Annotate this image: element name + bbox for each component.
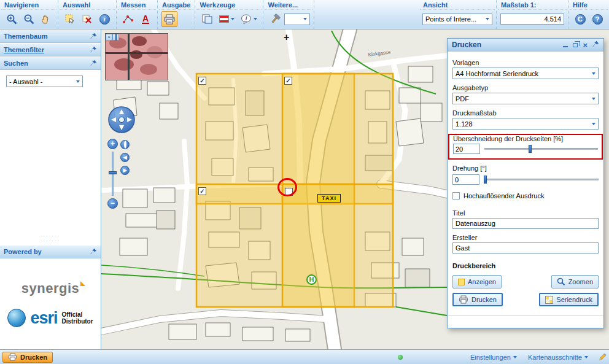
sidebar-item-themenfilter[interactable]: Themenfilter xyxy=(0,43,101,56)
zoomen-button[interactable]: Zoomen xyxy=(551,275,599,288)
drehung-input[interactable] xyxy=(452,174,479,185)
full-extent-button[interactable] xyxy=(120,140,130,149)
resize-icon xyxy=(115,34,117,41)
themenfilter-label: Themenfilter xyxy=(4,46,44,53)
zoom-slider-handle[interactable] xyxy=(109,171,117,174)
ueberschneidung-input[interactable] xyxy=(453,144,480,154)
powered-by-label: Powered by xyxy=(4,248,42,255)
kartenausschnitte-menu[interactable]: Kartenausschnitte xyxy=(528,354,588,361)
zoom-out-button[interactable] xyxy=(21,11,37,27)
copyright-button[interactable]: C xyxy=(572,11,588,27)
synergis-accent-icon xyxy=(80,281,85,286)
restore-icon[interactable] xyxy=(573,43,578,47)
druckmassstab-dropdown[interactable]: 1.128 xyxy=(452,118,599,130)
highlight-circle xyxy=(277,178,297,196)
vorlagen-dropdown[interactable]: A4 Hochformat Seriendruck xyxy=(452,68,599,79)
titel-input[interactable] xyxy=(452,218,599,229)
einstellungen-menu[interactable]: Einstellungen xyxy=(470,354,517,361)
toolbar-group-auswahl: Auswahl i xyxy=(58,0,117,29)
drehung-slider-handle[interactable] xyxy=(484,176,487,184)
page-3-checkbox[interactable]: ✓ xyxy=(198,187,206,195)
overview-resize-button[interactable] xyxy=(112,34,119,41)
overview-close-button[interactable]: × xyxy=(106,34,112,41)
pin-icon[interactable] xyxy=(592,41,599,49)
scale-input[interactable] xyxy=(500,14,564,25)
group-label-massstab: Maßstab 1: xyxy=(498,1,567,10)
search-selection-value: - Auswahl - xyxy=(9,78,74,85)
close-icon[interactable]: × xyxy=(583,42,588,48)
zoom-slider[interactable] xyxy=(109,152,117,196)
measure-distance-icon xyxy=(122,14,134,25)
toolbar-group-ausgabe: Ausgabe xyxy=(158,0,195,29)
drehung-slider[interactable] xyxy=(484,176,599,184)
sidebar-resize-grip[interactable]: ·············· xyxy=(0,233,101,245)
sidebar-item-powered-by[interactable]: Powered by xyxy=(0,245,101,258)
ueberschneidung-slider-handle[interactable] xyxy=(529,145,532,153)
zoom-out-icon xyxy=(23,14,35,25)
edit-redline-button[interactable] xyxy=(597,352,607,363)
print-page-4[interactable] xyxy=(282,184,393,307)
help-button[interactable]: ? xyxy=(589,11,605,27)
hochaufloesend-checkbox[interactable] xyxy=(452,192,460,199)
tools-button[interactable] xyxy=(267,11,283,27)
search-selection-dropdown[interactable]: - Auswahl - xyxy=(6,76,83,87)
select-features-button[interactable] xyxy=(62,11,78,27)
pin-icon[interactable] xyxy=(90,46,97,54)
chevron-down-icon xyxy=(592,123,595,125)
page-1-checkbox[interactable]: ✓ xyxy=(198,77,206,85)
zoom-in-button[interactable] xyxy=(4,11,20,27)
sidebar-item-suchen[interactable]: Suchen xyxy=(0,56,101,70)
partner-logos: synergis esri Official Distributor xyxy=(0,258,101,349)
copy-map-button[interactable] xyxy=(199,11,215,27)
pin-icon[interactable] xyxy=(90,248,97,256)
previous-extent-button[interactable]: ◀ xyxy=(120,153,130,162)
drucken-tab[interactable]: Drucken xyxy=(2,352,53,363)
measure-area-button[interactable]: A xyxy=(138,11,153,27)
ansicht-dropdown[interactable]: Points of Intere... xyxy=(422,14,492,25)
austria-flag-icon xyxy=(219,15,229,23)
minimize-icon[interactable] xyxy=(563,42,568,47)
compass-center[interactable] xyxy=(119,117,125,123)
series-grid-icon xyxy=(545,296,553,304)
page-2-checkbox[interactable]: ✓ xyxy=(284,77,292,85)
clear-selection-button[interactable] xyxy=(79,11,95,27)
left-sidebar: Themenbaum Themenfilter Suchen - Auswahl… xyxy=(0,29,101,349)
print-button-toolbar[interactable] xyxy=(161,11,177,27)
chevron-down-icon xyxy=(254,18,257,20)
drucken-button[interactable]: Drucken xyxy=(452,293,503,306)
weitere-dropdown[interactable] xyxy=(284,14,310,25)
pin-icon[interactable] xyxy=(90,60,97,68)
language-flag-button[interactable] xyxy=(216,11,237,27)
drucken-panel-titlebar: Drucken × xyxy=(448,39,603,52)
sidebar-item-themenbaum[interactable]: Themenbaum xyxy=(0,29,101,43)
group-label-messen: Messen xyxy=(118,1,156,10)
zoom-in-round-button[interactable]: + xyxy=(107,139,118,149)
group-label-weitere: Weitere... xyxy=(265,1,312,10)
maptip-button[interactable]: i xyxy=(238,11,259,27)
compass-pad[interactable] xyxy=(107,106,136,134)
hammer-icon xyxy=(270,14,281,25)
overview-map[interactable]: × xyxy=(105,33,168,80)
chevron-down-icon xyxy=(592,72,595,75)
ersteller-input[interactable] xyxy=(452,242,599,254)
chevron-down-icon xyxy=(231,18,235,20)
weboffice-gis-app: Navigieren Auswahl xyxy=(0,0,609,364)
clear-selection-icon xyxy=(82,14,93,25)
pan-button[interactable] xyxy=(38,11,54,27)
ausgabetyp-dropdown[interactable]: PDF xyxy=(452,93,599,104)
pin-icon[interactable] xyxy=(90,33,97,41)
printer-icon xyxy=(459,295,468,304)
zoom-out-round-button[interactable]: − xyxy=(107,198,118,209)
anzeigen-button[interactable]: Anzeigen xyxy=(452,275,502,288)
next-extent-button[interactable]: ▶ xyxy=(120,166,130,175)
seriendruck-button[interactable]: Seriendruck xyxy=(539,293,599,306)
chevron-down-icon xyxy=(303,18,307,20)
magnifier-icon xyxy=(557,277,565,286)
drucken-panel: Drucken × Vorlagen A4 Hochformat Seriend… xyxy=(447,38,604,328)
toolbar-group-navigieren: Navigieren xyxy=(0,0,58,29)
identify-button[interactable]: i xyxy=(96,11,112,27)
measure-distance-button[interactable] xyxy=(120,11,136,27)
druckmassstab-label: Druckmaßstab xyxy=(452,109,599,117)
vorlagen-label: Vorlagen xyxy=(452,59,599,66)
ueberschneidung-slider[interactable] xyxy=(484,145,598,153)
